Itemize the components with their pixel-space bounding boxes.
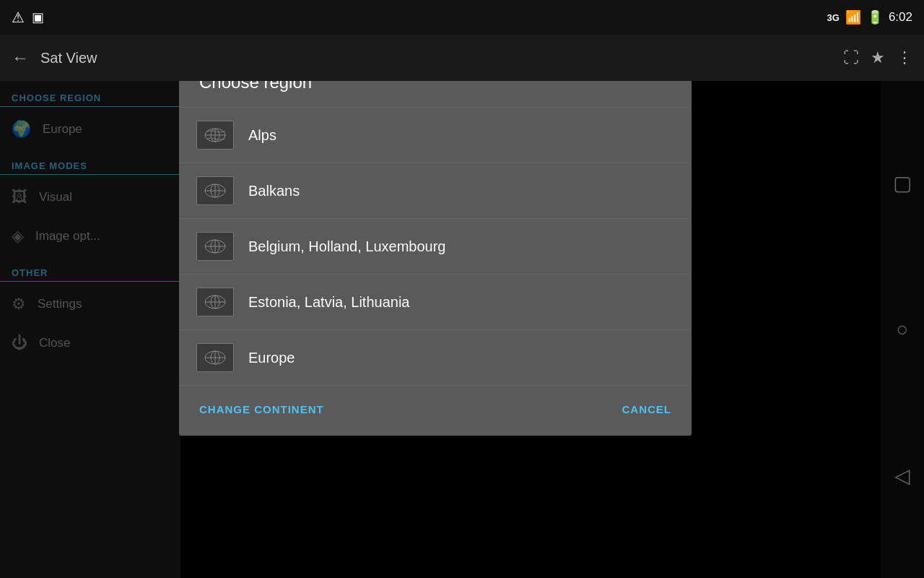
region-label-balkans: Balkans <box>248 183 300 199</box>
region-item-benelux[interactable]: Belgium, Holland, Luxembourg <box>179 218 692 274</box>
region-label-benelux: Belgium, Holland, Luxembourg <box>248 238 446 255</box>
more-icon[interactable]: ⋮ <box>897 48 912 67</box>
change-continent-button[interactable]: CHANGE CONTINENT <box>196 397 327 421</box>
app-bar: ← Sat View ⛶ ★ ⋮ <box>0 35 924 81</box>
region-item-balkans[interactable]: Balkans <box>179 163 692 218</box>
region-label-alps: Alps <box>248 127 276 144</box>
region-label-europe: Europe <box>248 350 295 366</box>
warning-icon <box>12 9 25 26</box>
sd-card-icon <box>32 9 44 25</box>
status-bar: 3G 📶 🔋 6:02 <box>0 0 924 35</box>
cancel-button[interactable]: CANCEL <box>619 397 675 421</box>
fullscreen-icon[interactable]: ⛶ <box>843 48 859 67</box>
choose-region-dialog: Choose region Alps <box>179 52 692 436</box>
region-icon-balkans <box>196 176 234 205</box>
region-list: Alps Balkans <box>179 107 692 385</box>
signal-bars-icon: 📶 <box>845 9 861 25</box>
region-label-baltics: Estonia, Latvia, Lithuania <box>248 294 410 311</box>
region-item-alps[interactable]: Alps <box>179 107 692 163</box>
status-right: 3G 📶 🔋 6:02 <box>827 9 912 25</box>
region-item-europe[interactable]: Europe <box>179 329 692 385</box>
region-icon-baltics <box>196 288 234 316</box>
region-icon-alps <box>196 121 234 150</box>
region-item-baltics[interactable]: Estonia, Latvia, Lithuania <box>179 274 692 329</box>
battery-icon: 🔋 <box>867 9 883 25</box>
region-icon-europe <box>196 343 234 372</box>
back-button[interactable]: ← <box>12 48 29 68</box>
dialog-actions: CHANGE CONTINENT CANCEL <box>179 385 692 436</box>
region-icon-benelux <box>196 232 234 261</box>
status-left <box>12 9 44 26</box>
app-bar-actions: ⛶ ★ ⋮ <box>843 48 912 67</box>
time-display: 6:02 <box>889 10 912 25</box>
star-icon[interactable]: ★ <box>871 48 885 67</box>
signal-label: 3G <box>827 12 840 23</box>
app-bar-title: Sat View <box>40 50 832 66</box>
